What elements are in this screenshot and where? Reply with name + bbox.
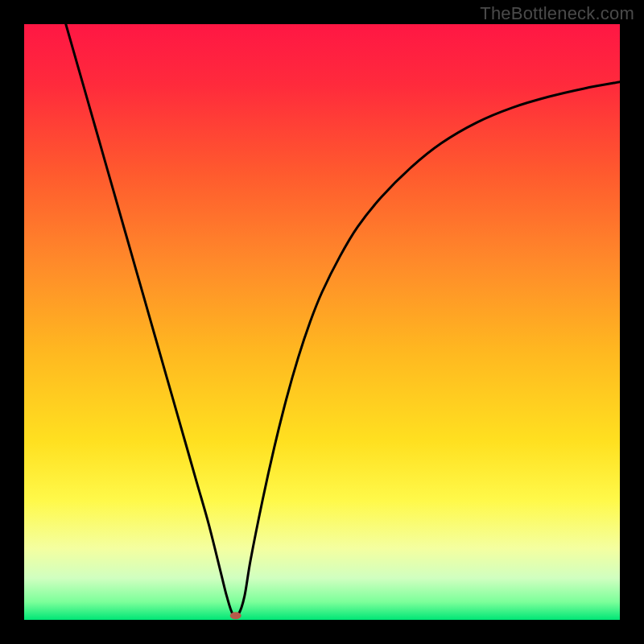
watermark-text: TheBottleneck.com [480, 3, 634, 24]
plot-area [24, 24, 620, 620]
curve-layer [24, 24, 620, 620]
chart-container: TheBottleneck.com [0, 0, 644, 644]
minimum-marker [230, 612, 242, 619]
bottleneck-curve [66, 24, 620, 616]
